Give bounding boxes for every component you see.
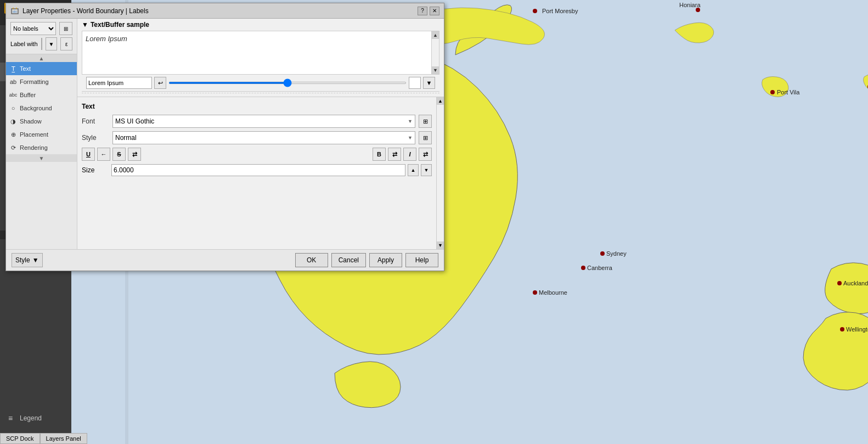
strike-left-btn[interactable]: ← <box>97 148 110 161</box>
sub-nav-formatting-label: Formatting <box>20 78 49 85</box>
italic-btn[interactable]: I <box>403 148 416 161</box>
size-up-btn[interactable]: ▲ <box>408 164 419 176</box>
preview-btn1[interactable]: ↩ <box>154 77 166 89</box>
svg-text:Port Moresby: Port Moresby <box>542 8 578 14</box>
dialog-titlebar: abc Layer Properties - World Boundary | … <box>6 3 444 19</box>
style-copy-btn[interactable]: ⊞ <box>419 131 432 144</box>
svg-point-15 <box>837 281 842 285</box>
ok-button[interactable]: OK <box>295 253 328 267</box>
preview-scroll-down[interactable]: ▼ <box>432 66 439 74</box>
sub-rendering-icon: ⟳ <box>9 144 17 151</box>
preview-input[interactable] <box>86 77 152 89</box>
buffer-icon: abc <box>9 91 17 99</box>
size-down-btn[interactable]: ▼ <box>421 164 432 176</box>
preview-box: Lorem Ipsum ▲ ▼ <box>82 31 439 75</box>
cancel-button[interactable]: Cancel <box>331 253 366 267</box>
legend-icon: ≡ <box>5 413 15 423</box>
preview-collapse-icon[interactable]: ▼ <box>82 21 88 29</box>
preview-scroll-up[interactable]: ▲ <box>432 31 439 39</box>
svg-point-9 <box>600 251 605 256</box>
sub-nav-shadow-label: Shadow <box>20 118 42 125</box>
shadow-icon: ◑ <box>9 117 17 125</box>
panel-scrollbar: ▲ ▼ <box>436 97 444 249</box>
dialog-window: abc Layer Properties - World Boundary | … <box>5 3 444 271</box>
dialog-close-btn[interactable]: ✕ <box>430 7 439 15</box>
help-button[interactable]: Help <box>405 253 438 267</box>
panel-scroll-down[interactable]: ▼ <box>437 241 444 249</box>
label-with-dropdown-btn[interactable]: ▼ <box>46 37 58 50</box>
dialog-title-icon: abc <box>10 7 19 15</box>
preview-area: ▼ Text/Buffer sample Lorem Ipsum ▲ ▼ ↩ <box>77 19 444 97</box>
align-btn2[interactable]: ⇄ <box>388 148 401 161</box>
sub-nav-placement[interactable]: ⊕ Placement <box>6 128 77 141</box>
sub-nav-background[interactable]: ○ Background <box>6 102 77 115</box>
dialog-help-btn[interactable]: ? <box>418 7 427 15</box>
style-dropdown[interactable]: Normal ▼ <box>112 131 415 144</box>
size-label: Size <box>82 166 109 174</box>
background-icon: ○ <box>9 104 17 112</box>
layers-panel-tab[interactable]: Layers Panel <box>40 433 87 444</box>
dialog-controls: ? ✕ <box>418 7 439 15</box>
nav-scroll-down[interactable]: ▼ <box>6 154 77 162</box>
nav-scroll-up[interactable]: ▲ <box>6 54 77 62</box>
font-dropdown[interactable]: MS UI Gothic ▼ <box>112 115 415 128</box>
font-value: MS UI Gothic <box>115 117 154 125</box>
sub-nav-rendering-label: Rendering <box>20 144 48 151</box>
preview-slider[interactable] <box>168 82 407 84</box>
style-prop-label: Style <box>82 134 109 142</box>
preview-controls: ↩ ▼ <box>82 75 439 92</box>
preview-header: ▼ Text/Buffer sample <box>82 21 439 29</box>
sidebar-bottom: ≡ Legend <box>0 409 71 428</box>
strikethrough-btn[interactable]: S <box>112 148 126 161</box>
font-copy-btn[interactable]: ⊞ <box>419 115 432 128</box>
sub-nav-text-label: Text <box>20 65 31 72</box>
dialog-title-left: abc Layer Properties - World Boundary | … <box>10 7 149 15</box>
size-row: Size ▲ ▼ <box>82 164 432 176</box>
svg-point-3 <box>696 8 700 12</box>
align-btn1[interactable]: ⇄ <box>128 148 141 161</box>
label-with-input[interactable] <box>41 38 42 50</box>
preview-scrollbar: ▲ ▼ <box>431 31 439 74</box>
sub-nav-rendering[interactable]: ⟳ Rendering <box>6 141 77 154</box>
panel-scroll-up[interactable]: ▲ <box>437 97 444 105</box>
style-btn-arrow: ▼ <box>32 256 39 264</box>
style-btn-label: Style <box>15 256 30 264</box>
panel-scroll-track <box>437 105 444 241</box>
preview-title: Text/Buffer sample <box>91 21 149 29</box>
label-config-area: No labels ⊞ Label with ▼ ε <box>6 19 77 54</box>
preview-color-swatch[interactable] <box>409 77 421 89</box>
properties-area: Text Font MS UI Gothic ▼ ⊞ Style <box>77 97 444 249</box>
preview-text: Lorem Ipsum <box>86 35 127 43</box>
bottom-tabs: SCP Dock Layers Panel <box>0 433 87 444</box>
format-row-1: U ← S ⇄ B ⇄ I ⇄ <box>82 148 432 161</box>
sub-nav-formatting[interactable]: ab Formatting <box>6 75 77 88</box>
formatting-icon: ab <box>9 78 17 86</box>
svg-point-13 <box>533 290 537 295</box>
align-btn3[interactable]: ⇄ <box>419 148 432 161</box>
no-labels-dropdown[interactable]: No labels <box>10 22 56 35</box>
sub-nav-shadow[interactable]: ◑ Shadow <box>6 115 77 128</box>
svg-point-17 <box>840 327 844 331</box>
sub-nav-buffer[interactable]: abc Buffer <box>6 88 77 102</box>
svg-text:Melbourne: Melbourne <box>539 289 567 296</box>
preview-dropdown-btn[interactable]: ▼ <box>423 77 435 89</box>
svg-text:Honiara: Honiara <box>679 2 701 8</box>
style-button[interactable]: Style ▼ <box>12 253 43 267</box>
style-row: Style Normal ▼ ⊞ <box>82 131 432 144</box>
underline-btn[interactable]: U <box>82 148 95 161</box>
no-labels-extra-btn[interactable]: ⊞ <box>59 22 72 35</box>
label-with-row: Label with ▼ ε <box>10 37 72 50</box>
sidebar-item-legend[interactable]: ≡ Legend <box>0 409 71 428</box>
bold-btn[interactable]: B <box>373 148 386 161</box>
dialog-body: No labels ⊞ Label with ▼ ε ▲ T̲ Text <box>6 19 444 249</box>
sidebar-item-legend-label: Legend <box>20 414 42 422</box>
sub-nav-text[interactable]: T̲ Text <box>6 62 77 75</box>
svg-point-1 <box>533 9 537 13</box>
size-input[interactable] <box>111 164 405 176</box>
apply-button[interactable]: Apply <box>369 253 402 267</box>
style-dropdown-arrow: ▼ <box>408 135 413 140</box>
style-value: Normal <box>115 134 137 142</box>
scp-dock-tab[interactable]: SCP Dock <box>0 433 40 444</box>
label-with-extra-btn[interactable]: ε <box>60 37 72 50</box>
font-dropdown-arrow: ▼ <box>408 119 413 124</box>
